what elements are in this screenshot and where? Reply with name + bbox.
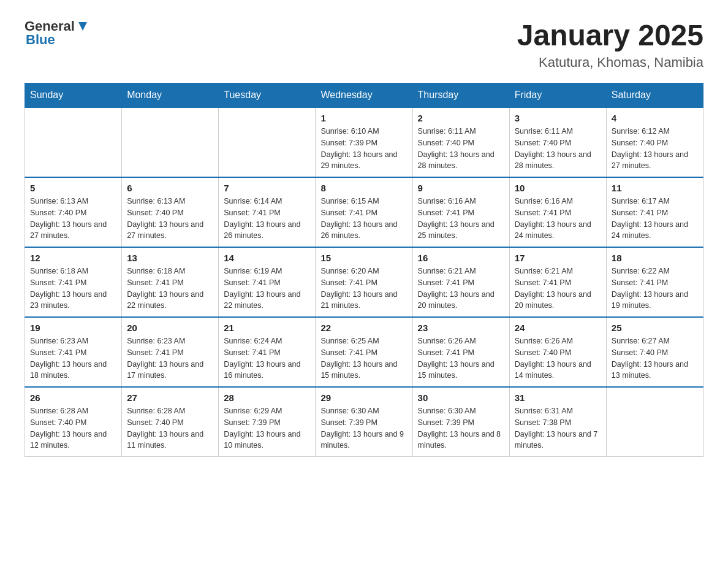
- svg-marker-0: [78, 22, 87, 31]
- day-cell: 12Sunrise: 6:18 AMSunset: 7:41 PMDayligh…: [25, 247, 122, 317]
- day-cell: 10Sunrise: 6:16 AMSunset: 7:41 PMDayligh…: [509, 177, 606, 247]
- day-info: Sunrise: 6:16 AMSunset: 7:41 PMDaylight:…: [418, 196, 504, 242]
- day-number: 14: [224, 253, 310, 263]
- day-number: 13: [127, 253, 213, 263]
- header-cell-wednesday: Wednesday: [316, 83, 412, 108]
- day-cell: 22Sunrise: 6:25 AMSunset: 7:41 PMDayligh…: [316, 317, 412, 387]
- day-cell: 27Sunrise: 6:28 AMSunset: 7:40 PMDayligh…: [122, 387, 219, 457]
- day-cell: 2Sunrise: 6:11 AMSunset: 7:40 PMDaylight…: [412, 107, 509, 177]
- day-cell: 19Sunrise: 6:23 AMSunset: 7:41 PMDayligh…: [25, 317, 122, 387]
- day-info: Sunrise: 6:13 AMSunset: 7:40 PMDaylight:…: [127, 196, 213, 242]
- day-cell: 18Sunrise: 6:22 AMSunset: 7:41 PMDayligh…: [606, 247, 703, 317]
- day-number: 9: [418, 183, 504, 193]
- day-info: Sunrise: 6:25 AMSunset: 7:41 PMDaylight:…: [320, 335, 407, 381]
- day-number: 16: [418, 253, 504, 263]
- day-cell: 25Sunrise: 6:27 AMSunset: 7:40 PMDayligh…: [606, 317, 703, 387]
- day-info: Sunrise: 6:16 AMSunset: 7:41 PMDaylight:…: [515, 196, 601, 242]
- day-info: Sunrise: 6:13 AMSunset: 7:40 PMDaylight:…: [30, 196, 116, 242]
- calendar-table: SundayMondayTuesdayWednesdayThursdayFrid…: [25, 83, 703, 457]
- day-number: 12: [30, 253, 116, 263]
- header-cell-monday: Monday: [122, 83, 219, 108]
- day-number: 3: [515, 113, 601, 123]
- day-number: 23: [418, 323, 504, 333]
- week-row-4: 19Sunrise: 6:23 AMSunset: 7:41 PMDayligh…: [25, 317, 703, 387]
- title-section: January 2025 Katutura, Khomas, Namibia: [517, 18, 703, 71]
- day-number: 21: [224, 323, 310, 333]
- day-info: Sunrise: 6:21 AMSunset: 7:41 PMDaylight:…: [515, 266, 601, 312]
- calendar-header: SundayMondayTuesdayWednesdayThursdayFrid…: [25, 83, 703, 108]
- day-info: Sunrise: 6:11 AMSunset: 7:40 PMDaylight:…: [515, 126, 601, 172]
- day-number: 27: [127, 393, 213, 403]
- day-cell: 23Sunrise: 6:26 AMSunset: 7:41 PMDayligh…: [412, 317, 509, 387]
- calendar-title: January 2025: [517, 18, 703, 52]
- day-number: 6: [127, 183, 213, 193]
- week-row-2: 5Sunrise: 6:13 AMSunset: 7:40 PMDaylight…: [25, 177, 703, 247]
- day-number: 29: [320, 393, 407, 403]
- day-info: Sunrise: 6:14 AMSunset: 7:41 PMDaylight:…: [224, 196, 310, 242]
- day-info: Sunrise: 6:17 AMSunset: 7:41 PMDaylight:…: [612, 196, 698, 242]
- day-info: Sunrise: 6:21 AMSunset: 7:41 PMDaylight:…: [418, 266, 504, 312]
- week-row-1: 1Sunrise: 6:10 AMSunset: 7:39 PMDaylight…: [25, 107, 703, 177]
- day-number: 19: [30, 323, 116, 333]
- day-info: Sunrise: 6:26 AMSunset: 7:40 PMDaylight:…: [515, 335, 601, 381]
- day-cell: 28Sunrise: 6:29 AMSunset: 7:39 PMDayligh…: [219, 387, 316, 457]
- day-cell: 26Sunrise: 6:28 AMSunset: 7:40 PMDayligh…: [25, 387, 122, 457]
- day-cell: 7Sunrise: 6:14 AMSunset: 7:41 PMDaylight…: [219, 177, 316, 247]
- day-info: Sunrise: 6:26 AMSunset: 7:41 PMDaylight:…: [418, 335, 504, 381]
- day-info: Sunrise: 6:18 AMSunset: 7:41 PMDaylight:…: [30, 266, 116, 312]
- day-info: Sunrise: 6:22 AMSunset: 7:41 PMDaylight:…: [612, 266, 698, 312]
- day-info: Sunrise: 6:12 AMSunset: 7:40 PMDaylight:…: [612, 126, 698, 172]
- day-number: 5: [30, 183, 116, 193]
- week-row-5: 26Sunrise: 6:28 AMSunset: 7:40 PMDayligh…: [25, 387, 703, 457]
- day-number: 31: [515, 393, 601, 403]
- day-info: Sunrise: 6:10 AMSunset: 7:39 PMDaylight:…: [320, 126, 407, 172]
- day-cell: 31Sunrise: 6:31 AMSunset: 7:38 PMDayligh…: [509, 387, 606, 457]
- day-number: 30: [418, 393, 504, 403]
- day-cell: 14Sunrise: 6:19 AMSunset: 7:41 PMDayligh…: [219, 247, 316, 317]
- header-cell-sunday: Sunday: [25, 83, 122, 108]
- day-info: Sunrise: 6:28 AMSunset: 7:40 PMDaylight:…: [127, 405, 213, 451]
- day-info: Sunrise: 6:27 AMSunset: 7:40 PMDaylight:…: [612, 335, 698, 381]
- day-cell: 6Sunrise: 6:13 AMSunset: 7:40 PMDaylight…: [122, 177, 219, 247]
- day-number: 26: [30, 393, 116, 403]
- day-number: 20: [127, 323, 213, 333]
- header-cell-thursday: Thursday: [412, 83, 509, 108]
- day-cell: 11Sunrise: 6:17 AMSunset: 7:41 PMDayligh…: [606, 177, 703, 247]
- logo: General Blue: [25, 18, 89, 48]
- day-cell: 4Sunrise: 6:12 AMSunset: 7:40 PMDaylight…: [606, 107, 703, 177]
- day-cell: 8Sunrise: 6:15 AMSunset: 7:41 PMDaylight…: [316, 177, 412, 247]
- day-number: 8: [320, 183, 407, 193]
- day-info: Sunrise: 6:23 AMSunset: 7:41 PMDaylight:…: [30, 335, 116, 381]
- day-info: Sunrise: 6:19 AMSunset: 7:41 PMDaylight:…: [224, 266, 310, 312]
- day-number: 2: [418, 113, 504, 123]
- logo-blue-text: Blue: [26, 32, 55, 48]
- header-cell-friday: Friday: [509, 83, 606, 108]
- day-number: 15: [320, 253, 407, 263]
- calendar-body: 1Sunrise: 6:10 AMSunset: 7:39 PMDaylight…: [25, 107, 703, 457]
- day-number: 4: [612, 113, 698, 123]
- day-number: 10: [515, 183, 601, 193]
- day-cell: 5Sunrise: 6:13 AMSunset: 7:40 PMDaylight…: [25, 177, 122, 247]
- day-cell: [122, 107, 219, 177]
- day-info: Sunrise: 6:23 AMSunset: 7:41 PMDaylight:…: [127, 335, 213, 381]
- day-cell: 24Sunrise: 6:26 AMSunset: 7:40 PMDayligh…: [509, 317, 606, 387]
- day-cell: 30Sunrise: 6:30 AMSunset: 7:39 PMDayligh…: [412, 387, 509, 457]
- day-info: Sunrise: 6:30 AMSunset: 7:39 PMDaylight:…: [320, 405, 407, 451]
- header-cell-saturday: Saturday: [606, 83, 703, 108]
- day-cell: [25, 107, 122, 177]
- day-cell: 29Sunrise: 6:30 AMSunset: 7:39 PMDayligh…: [316, 387, 412, 457]
- day-cell: 21Sunrise: 6:24 AMSunset: 7:41 PMDayligh…: [219, 317, 316, 387]
- day-info: Sunrise: 6:31 AMSunset: 7:38 PMDaylight:…: [515, 405, 601, 451]
- day-cell: 20Sunrise: 6:23 AMSunset: 7:41 PMDayligh…: [122, 317, 219, 387]
- day-cell: 1Sunrise: 6:10 AMSunset: 7:39 PMDaylight…: [316, 107, 412, 177]
- day-cell: 3Sunrise: 6:11 AMSunset: 7:40 PMDaylight…: [509, 107, 606, 177]
- day-number: 28: [224, 393, 310, 403]
- day-number: 24: [515, 323, 601, 333]
- day-cell: 15Sunrise: 6:20 AMSunset: 7:41 PMDayligh…: [316, 247, 412, 317]
- day-cell: 9Sunrise: 6:16 AMSunset: 7:41 PMDaylight…: [412, 177, 509, 247]
- page-header: General Blue January 2025 Katutura, Khom…: [25, 18, 703, 71]
- day-cell: 13Sunrise: 6:18 AMSunset: 7:41 PMDayligh…: [122, 247, 219, 317]
- day-cell: 17Sunrise: 6:21 AMSunset: 7:41 PMDayligh…: [509, 247, 606, 317]
- day-number: 17: [515, 253, 601, 263]
- header-row: SundayMondayTuesdayWednesdayThursdayFrid…: [25, 83, 703, 108]
